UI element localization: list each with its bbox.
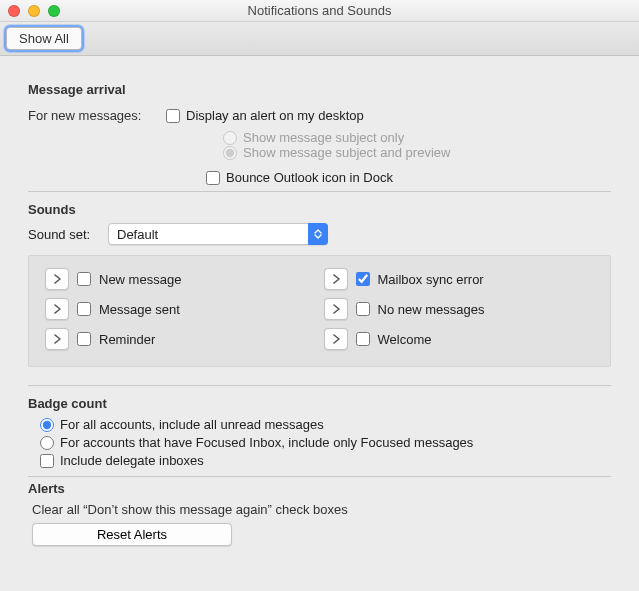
separator: [28, 385, 611, 386]
sound-checkbox[interactable]: [356, 302, 370, 316]
chevron-right-icon: [53, 304, 61, 314]
sound-checkbox[interactable]: [77, 332, 91, 346]
sound-checkbox[interactable]: [77, 272, 91, 286]
play-button[interactable]: [324, 268, 348, 290]
display-alert-label: Display an alert on my desktop: [186, 108, 364, 123]
badge-focused-only-label: For accounts that have Focused Inbox, in…: [60, 435, 473, 450]
chevron-right-icon: [53, 274, 61, 284]
chevron-right-icon: [332, 274, 340, 284]
sound-label: Reminder: [99, 332, 155, 347]
window-title: Notifications and Sounds: [248, 3, 392, 18]
display-alert-checkbox[interactable]: [166, 109, 180, 123]
sound-set-select[interactable]: Default: [108, 223, 328, 245]
zoom-icon[interactable]: [48, 5, 60, 17]
for-new-messages-label: For new messages:: [28, 108, 166, 123]
badge-all-unread-label: For all accounts, include all unread mes…: [60, 417, 324, 432]
chevron-right-icon: [332, 304, 340, 314]
sound-checkbox[interactable]: [356, 272, 370, 286]
subject-preview-label: Show message subject and preview: [243, 145, 450, 160]
include-delegate-label: Include delegate inboxes: [60, 453, 204, 468]
close-icon[interactable]: [8, 5, 20, 17]
section-title-message-arrival: Message arrival: [28, 82, 611, 97]
clear-alerts-text: Clear all “Don’t show this message again…: [32, 502, 611, 517]
sound-item-welcome: Welcome: [324, 328, 595, 350]
chevron-right-icon: [53, 334, 61, 344]
sound-checkbox[interactable]: [356, 332, 370, 346]
show-all-button[interactable]: Show All: [6, 27, 82, 50]
play-button[interactable]: [45, 328, 69, 350]
subject-only-label: Show message subject only: [243, 130, 404, 145]
subject-only-radio: [223, 131, 237, 145]
sound-label: Welcome: [378, 332, 432, 347]
sound-item-new-message: New message: [45, 268, 316, 290]
section-title-sounds: Sounds: [28, 202, 611, 217]
sound-label: No new messages: [378, 302, 485, 317]
reset-alerts-button[interactable]: Reset Alerts: [32, 523, 232, 546]
bounce-dock-label: Bounce Outlook icon in Dock: [226, 170, 393, 185]
sound-label: Message sent: [99, 302, 180, 317]
sound-item-no-new-messages: No new messages: [324, 298, 595, 320]
chevron-up-down-icon: [308, 223, 328, 245]
sound-item-message-sent: Message sent: [45, 298, 316, 320]
window-controls: [8, 5, 60, 17]
sound-grid: New message Mailbox sync error Message s…: [28, 255, 611, 367]
badge-focused-only-radio[interactable]: [40, 436, 54, 450]
sound-set-label: Sound set:: [28, 227, 108, 242]
toolbar: Show All: [0, 22, 639, 56]
section-title-badge-count: Badge count: [28, 396, 611, 411]
sound-set-value: Default: [117, 227, 158, 242]
sound-item-reminder: Reminder: [45, 328, 316, 350]
chevron-right-icon: [332, 334, 340, 344]
separator: [28, 476, 611, 477]
content: Message arrival For new messages: Displa…: [0, 56, 639, 558]
play-button[interactable]: [45, 268, 69, 290]
play-button[interactable]: [324, 328, 348, 350]
sound-label: Mailbox sync error: [378, 272, 484, 287]
bounce-dock-checkbox[interactable]: [206, 171, 220, 185]
sound-label: New message: [99, 272, 181, 287]
titlebar: Notifications and Sounds: [0, 0, 639, 22]
sound-item-mailbox-sync-error: Mailbox sync error: [324, 268, 595, 290]
section-title-alerts: Alerts: [28, 481, 611, 496]
badge-all-unread-radio[interactable]: [40, 418, 54, 432]
sound-checkbox[interactable]: [77, 302, 91, 316]
include-delegate-checkbox[interactable]: [40, 454, 54, 468]
play-button[interactable]: [324, 298, 348, 320]
play-button[interactable]: [45, 298, 69, 320]
minimize-icon[interactable]: [28, 5, 40, 17]
subject-preview-radio: [223, 146, 237, 160]
separator: [28, 191, 611, 192]
